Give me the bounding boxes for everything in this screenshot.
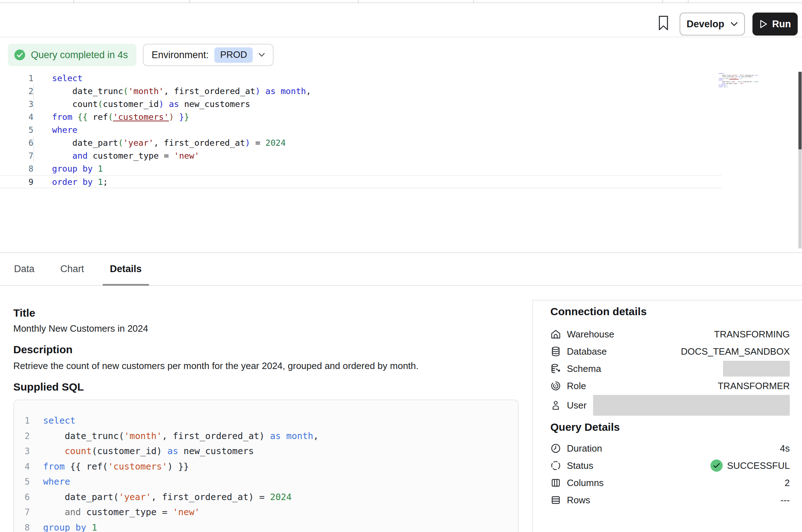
supplied-sql-code-block: 1select2 date_trunc('month', first_order… — [13, 400, 519, 532]
duration-icon — [550, 443, 561, 454]
code-text: where — [30, 474, 511, 490]
tab-divider — [473, 0, 474, 3]
title-value: Monthly New Customers in 2024 — [13, 323, 148, 334]
browser-tab-strip[interactable] — [0, 0, 802, 3]
code-text: select — [30, 413, 511, 429]
code-text: order by 1; — [717, 86, 758, 88]
detail-value: TRANSFORMER — [718, 381, 790, 392]
detail-label: Status — [567, 460, 593, 471]
query-status-row: Query completed in 4s Environment: PROD — [8, 44, 274, 66]
chevron-down-icon — [258, 53, 265, 57]
query-status-pill: Query completed in 4s — [8, 44, 136, 66]
tab-details[interactable]: Details — [109, 253, 143, 285]
code-line-9: 9order by 1; — [717, 86, 758, 88]
line-number: 4 — [0, 111, 33, 123]
detail-label: Schema — [567, 363, 601, 374]
line-number: 6 — [0, 136, 33, 149]
code-line-6[interactable]: 6 date_part('year', first_ordered_at) = … — [0, 136, 722, 149]
code-text: group by 1 — [33, 162, 722, 175]
tab-divider — [73, 0, 74, 3]
line-number: 4 — [20, 459, 30, 475]
code-line-9[interactable]: 9order by 1; — [0, 175, 722, 188]
line-number: 5 — [20, 474, 30, 490]
description-heading: Description — [13, 344, 73, 356]
line-number: 7 — [20, 505, 30, 520]
detail-row-warehouse: WarehouseTRANSFORMING — [550, 326, 790, 343]
tab-divider — [688, 0, 689, 3]
detail-label: User — [567, 400, 587, 411]
editor-scrollbar-thumb[interactable] — [798, 72, 802, 149]
supplied-sql-heading: Supplied SQL — [13, 381, 84, 393]
detail-value — [593, 395, 790, 416]
bookmark-icon[interactable] — [658, 15, 669, 31]
code-text: from {{ ref('customers') }} — [30, 459, 511, 475]
query-status-text: Query completed in 4s — [31, 50, 128, 61]
code-text: where — [33, 123, 722, 136]
warehouse-icon — [550, 329, 561, 340]
detail-label: Duration — [567, 443, 602, 454]
code-line-3[interactable]: 3 count(customer_id) as new_customers — [0, 98, 722, 111]
code-line-3: 3 count(customer_id) as new_customers — [20, 444, 511, 459]
chevron-down-icon — [730, 22, 738, 27]
detail-value — [723, 361, 790, 377]
code-line-5[interactable]: 5where — [0, 123, 722, 136]
tab-chart[interactable]: Chart — [60, 253, 85, 285]
description-value: Retrieve the count of new customers per … — [13, 360, 419, 372]
code-text: count(customer_id) as new_customers — [33, 98, 722, 111]
detail-value: 2 — [785, 477, 790, 489]
detail-value: TRANSFORMING — [714, 329, 790, 340]
detail-label: Columns — [567, 477, 604, 489]
code-text: date_part('year', first_ordered_at) = 20… — [33, 136, 722, 149]
code-text: group by 1 — [30, 520, 511, 532]
query-details-heading: Query Details — [550, 421, 790, 433]
detail-value: 4s — [780, 443, 790, 454]
editor-scrollbar-track[interactable] — [798, 72, 802, 248]
detail-row-columns: Columns2 — [550, 474, 790, 491]
success-check-icon — [710, 459, 723, 472]
line-number: 2 — [0, 85, 33, 98]
detail-value: SUCCESSFUL — [710, 459, 790, 472]
line-number: 2 — [20, 429, 30, 444]
connection-details-heading: Connection details — [550, 305, 790, 318]
code-line-2[interactable]: 2 date_trunc('month', first_ordered_at) … — [0, 85, 722, 98]
environment-selector[interactable]: Environment: PROD — [143, 44, 274, 66]
role-icon — [550, 381, 561, 391]
code-line-1[interactable]: 1select — [0, 72, 722, 85]
develop-dropdown-button[interactable]: Develop — [680, 13, 745, 36]
editor-minimap[interactable]: 1select2 date_trunc('month', first_order… — [717, 73, 758, 89]
run-button[interactable]: Run — [752, 13, 798, 36]
line-number: 8 — [20, 520, 30, 532]
detail-row-database: DatabaseDOCS_TEAM_SANDBOX — [550, 343, 790, 360]
code-line-7: 7 and customer_type = 'new' — [20, 505, 511, 520]
detail-label: Rows — [567, 495, 590, 506]
tab-data[interactable]: Data — [13, 253, 35, 285]
line-number: 8 — [0, 162, 33, 175]
code-line-8: 8group by 1 — [20, 520, 511, 532]
check-circle-icon — [14, 49, 26, 61]
code-line-8[interactable]: 8group by 1 — [0, 162, 722, 175]
code-line-7[interactable]: 7 and customer_type = 'new' — [0, 149, 722, 162]
sql-editor[interactable]: 1select2 date_trunc('month', first_order… — [0, 72, 722, 188]
detail-row-rows: Rows--- — [550, 491, 790, 509]
code-text: date_trunc('month', first_ordered_at) as… — [30, 429, 511, 444]
code-line-4: 4from {{ ref('customers') }} — [20, 459, 511, 475]
line-number: 3 — [20, 444, 30, 459]
detail-row-status: StatusSUCCESSFUL — [550, 457, 790, 474]
code-text: order by 1; — [33, 176, 722, 188]
code-line-4[interactable]: 4from {{ ref('customers') }} — [0, 111, 722, 123]
line-number: 7 — [0, 149, 33, 162]
line-number: 5 — [0, 123, 33, 136]
database-icon — [550, 346, 561, 357]
code-text: date_trunc('month', first_ordered_at) as… — [33, 85, 722, 98]
detail-label: Database — [567, 346, 607, 357]
user-icon — [550, 400, 561, 411]
schema-icon — [550, 363, 561, 374]
tab-divider — [189, 0, 190, 3]
develop-label: Develop — [686, 19, 724, 30]
toolbar: Develop Run — [0, 4, 802, 37]
tab-divider — [358, 0, 359, 3]
line-number: 6 — [20, 490, 30, 505]
rows-icon — [550, 495, 561, 505]
detail-row-role: RoleTRANSFORMER — [550, 377, 790, 395]
result-tabs: DataChartDetails — [0, 252, 802, 286]
